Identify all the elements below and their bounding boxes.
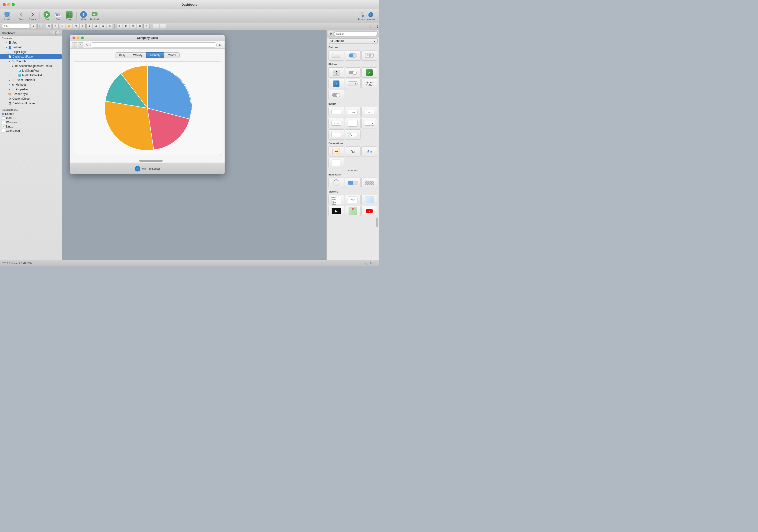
toggle-controls[interactable] bbox=[8, 60, 11, 63]
toggle-app[interactable] bbox=[5, 41, 8, 44]
align-center-btn[interactable]: ⊡ bbox=[123, 24, 129, 29]
sidebar-item-properties[interactable]: ✓ Properties bbox=[0, 87, 62, 92]
seg-yearly[interactable]: Yearly bbox=[164, 53, 180, 58]
panel-dropdown-ctrl[interactable]: ▼ bbox=[345, 79, 361, 89]
code-btn[interactable]: ⊘ bbox=[80, 24, 86, 29]
align-left-btn[interactable]: ⊠ bbox=[116, 24, 122, 29]
help-button[interactable]: ? Help bbox=[78, 10, 89, 21]
pencil-btn[interactable]: ✏ bbox=[59, 24, 65, 29]
macos-checkbox[interactable] bbox=[2, 117, 5, 120]
panel-progressbar[interactable] bbox=[345, 178, 361, 188]
toggle-dashboardpage[interactable] bbox=[5, 55, 8, 58]
panel-imagewell[interactable]: ✏ bbox=[328, 146, 344, 157]
move-btn[interactable]: ⊙ bbox=[100, 24, 106, 29]
align-right-btn[interactable]: ⊞ bbox=[130, 24, 136, 29]
windows-checkbox[interactable] bbox=[2, 121, 5, 124]
nav-back[interactable]: ‹ bbox=[72, 42, 77, 48]
valign-btn[interactable]: ⊣ bbox=[153, 24, 159, 29]
panel-editablecombo[interactable] bbox=[328, 129, 344, 140]
nav-url-input[interactable] bbox=[90, 42, 217, 48]
next-arrow[interactable]: › bbox=[56, 31, 60, 35]
sidebar-item-customobject[interactable]: ⚙ CustomObject bbox=[0, 96, 62, 101]
valign2-btn[interactable]: ⊢ bbox=[160, 24, 166, 29]
toggle-eventhandlers[interactable] bbox=[8, 78, 11, 82]
minimize-button[interactable] bbox=[7, 3, 10, 6]
panel-striped[interactable] bbox=[362, 178, 377, 188]
app-max-btn[interactable] bbox=[81, 37, 84, 39]
panel-recordbutton[interactable] bbox=[362, 50, 377, 60]
lock-btn[interactable]: 🔒 bbox=[66, 24, 72, 29]
toggle-segcontrol[interactable] bbox=[11, 64, 15, 68]
panel-htmlviewer[interactable]: <A> bbox=[345, 195, 361, 205]
toggle-methods[interactable] bbox=[8, 83, 11, 86]
sidebar-item-mychartview[interactable]: 📊 MyChartView bbox=[0, 68, 62, 73]
add-btn[interactable]: + bbox=[37, 24, 42, 29]
sidebar-item-session[interactable]: 👤 Session bbox=[0, 45, 62, 50]
back-button[interactable]: Back bbox=[16, 10, 26, 21]
build-linux[interactable]: ✓ Linux bbox=[0, 124, 62, 129]
frame-btn[interactable]: ⊡ bbox=[73, 24, 79, 29]
panel-multiline[interactable] bbox=[345, 118, 361, 128]
list-icon-btn[interactable]: ⊟ bbox=[52, 24, 58, 29]
grid-icon-btn[interactable]: ⊞ bbox=[46, 24, 52, 29]
run-button[interactable]: Run bbox=[42, 10, 52, 21]
sidebar-item-loginpage[interactable]: 📄 LoginPage bbox=[0, 50, 62, 54]
panel-pushbutton[interactable] bbox=[328, 50, 344, 60]
panel-slider[interactable] bbox=[345, 67, 361, 78]
build-macos[interactable]: macOS bbox=[0, 116, 62, 120]
panel-styled-label[interactable]: Aa bbox=[362, 146, 377, 157]
right-panel-scrollbar[interactable] bbox=[327, 217, 379, 228]
resize-btn[interactable]: ⊚ bbox=[107, 24, 113, 29]
all-controls-dropdown[interactable]: All Controls ⌄ bbox=[328, 38, 378, 44]
seg-monthly[interactable]: Monthly bbox=[146, 53, 164, 58]
search-status-icon[interactable]: 🔍 bbox=[364, 262, 367, 265]
insert-button[interactable]: + Insert bbox=[2, 10, 12, 21]
build-xojocloud[interactable]: Xojo Cloud bbox=[0, 129, 62, 133]
list-view-btn[interactable]: ≡ bbox=[31, 24, 37, 29]
deploy-button[interactable]: Deploy bbox=[64, 10, 74, 21]
toggle-properties[interactable] bbox=[8, 88, 11, 91]
sidebar-item-headerstyle[interactable]: 🎨 HeaderStyle bbox=[0, 92, 62, 96]
panel-spinner[interactable] bbox=[328, 178, 344, 188]
panel-webview[interactable] bbox=[362, 195, 377, 205]
panel-radio[interactable]: Yes No bbox=[362, 79, 377, 89]
panel-textfield[interactable] bbox=[328, 107, 344, 117]
linux-checkbox[interactable]: ✓ bbox=[2, 125, 5, 128]
group-btn[interactable]: ⊕ bbox=[86, 24, 92, 29]
panel-togglebutton[interactable] bbox=[345, 50, 361, 60]
bar-chart-btn[interactable]: ▦ bbox=[137, 24, 143, 29]
sidebar-item-myhttpsocket[interactable]: 🌐 MyHTTPSocket bbox=[0, 73, 62, 78]
close-button[interactable] bbox=[3, 3, 6, 6]
nav-home[interactable]: ⌂ bbox=[84, 42, 89, 48]
panel-stepper[interactable]: ▲ ▼ bbox=[328, 67, 344, 78]
panel-listbox[interactable]: ButtonWithViewSlots bbox=[328, 195, 344, 205]
right-panel-scrollbar-thumb[interactable] bbox=[376, 218, 378, 227]
build-windows[interactable]: Windows bbox=[0, 120, 62, 124]
sidebar-item-dashboardimages[interactable]: 🖼 DashboardImages bbox=[0, 101, 62, 106]
panel-mapviewer[interactable]: 📍 bbox=[345, 206, 361, 216]
nav-arrows[interactable]: ‹ › bbox=[52, 31, 60, 35]
search-input[interactable] bbox=[334, 31, 378, 36]
gear-button[interactable]: ⚙ bbox=[328, 31, 333, 36]
app-close-btn[interactable] bbox=[73, 37, 75, 39]
panel-upload[interactable]: ↑ bbox=[328, 79, 344, 89]
nav-refresh[interactable]: ↻ bbox=[218, 42, 223, 48]
panel-emailfield[interactable]: @ bbox=[362, 107, 377, 117]
sidebar-item-segcontrol[interactable]: ▦ AccountSegmentedControl bbox=[0, 64, 62, 68]
panel-movieplayer[interactable]: ▶ bbox=[328, 206, 344, 216]
filter-input[interactable] bbox=[2, 24, 30, 28]
library-button[interactable]: Library bbox=[358, 12, 365, 20]
panel-checkbox[interactable]: ✓ bbox=[362, 67, 377, 78]
panel-searchfield[interactable]: 🔍 bbox=[345, 129, 361, 140]
panel-numberfield[interactable]: 1 2 3 bbox=[328, 118, 344, 128]
panel-box[interactable] bbox=[328, 158, 344, 168]
prev-arrow[interactable]: ‹ bbox=[52, 31, 56, 35]
sidebar-item-methods[interactable]: ⚙ Methods bbox=[0, 82, 62, 87]
toggle-loginpage[interactable] bbox=[5, 50, 8, 53]
panel-youtube[interactable]: ▶ bbox=[362, 206, 377, 216]
forward-button[interactable]: Forward bbox=[27, 10, 38, 21]
equal-width-btn[interactable]: ⊟ bbox=[143, 24, 150, 29]
xojocloud-checkbox[interactable] bbox=[2, 129, 5, 132]
window-controls[interactable] bbox=[3, 3, 15, 6]
build-button[interactable]: Build bbox=[53, 10, 63, 21]
